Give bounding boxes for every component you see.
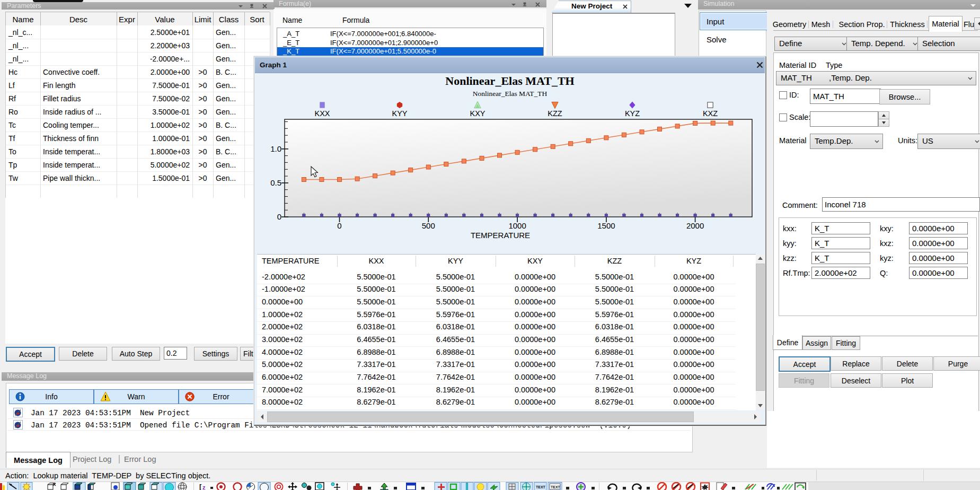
svg-text:0: 0 [337, 221, 341, 230]
svg-text:500: 500 [422, 221, 435, 230]
svg-text:TEXT: TEXT [536, 485, 546, 489]
svg-text:1.0: 1.0 [270, 144, 281, 153]
svg-text:0: 0 [277, 212, 281, 221]
svg-text:TEXT: TEXT [551, 485, 561, 489]
svg-text:1500: 1500 [597, 221, 615, 230]
svg-text:1000: 1000 [508, 221, 526, 230]
svg-text:[: [ [199, 483, 202, 490]
svg-text:TEMPERATURE: TEMPERATURE [471, 231, 530, 240]
svg-text:z: z [202, 484, 206, 490]
svg-text:0.5: 0.5 [270, 178, 281, 187]
svg-text:2000: 2000 [686, 221, 704, 230]
